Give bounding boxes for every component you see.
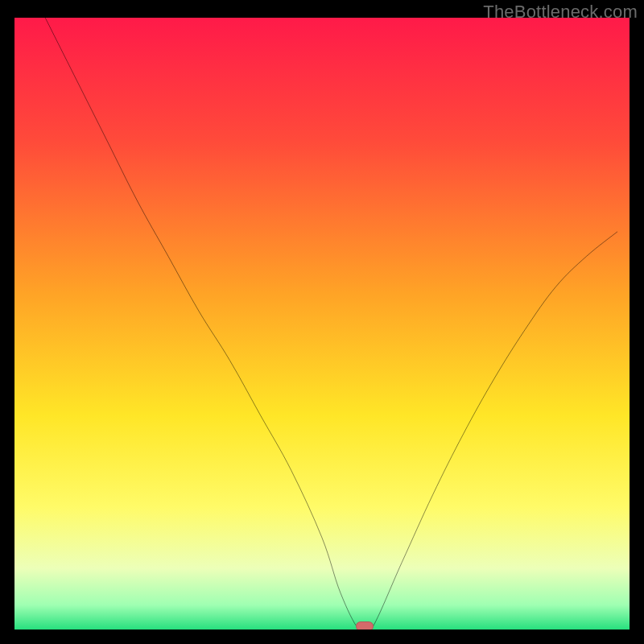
optimal-point-marker <box>356 621 374 630</box>
plot-area <box>14 18 630 630</box>
watermark-label: TheBottleneck.com <box>483 2 638 23</box>
chart-container: TheBottleneck.com <box>0 0 644 644</box>
bottleneck-curve <box>14 18 630 630</box>
